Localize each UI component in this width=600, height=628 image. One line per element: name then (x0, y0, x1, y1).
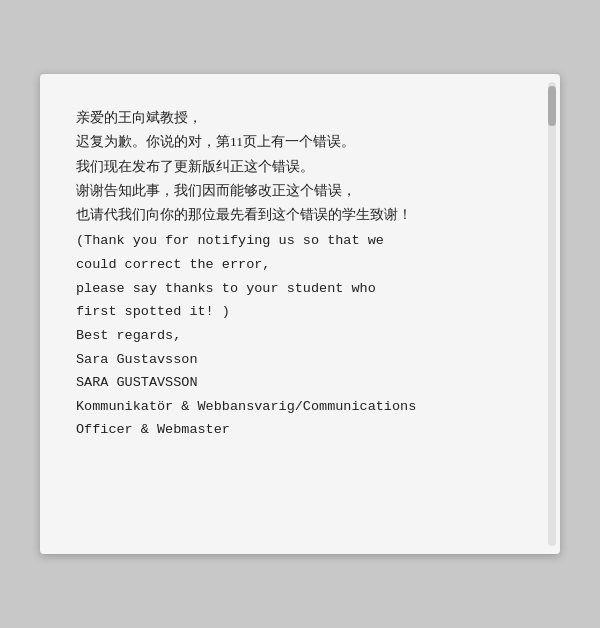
mono-line-8: Kommunikatör & Webbansvarig/Communicatio… (76, 395, 524, 419)
mono-line-9: Officer & Webmaster (76, 418, 524, 442)
line-5: 也请代我们向你的那位最先看到这个错误的学生致谢！ (76, 203, 524, 227)
message-card: 亲爱的王向斌教授， 迟复为歉。你说的对，第11页上有一个错误。 我们现在发布了更… (40, 74, 560, 554)
line-3: 我们现在发布了更新版纠正这个错误。 (76, 155, 524, 179)
scrollbar-thumb[interactable] (548, 86, 556, 126)
mono-line-3: please say thanks to your student who (76, 277, 524, 301)
mono-line-7: SARA GUSTAVSSON (76, 371, 524, 395)
line-2: 迟复为歉。你说的对，第11页上有一个错误。 (76, 130, 524, 154)
scrollbar-track[interactable] (548, 82, 556, 546)
mono-line-6: Sara Gustavsson (76, 348, 524, 372)
mono-line-1: (Thank you for notifying us so that we (76, 229, 524, 253)
mono-line-4: first spotted it! ) (76, 300, 524, 324)
line-1: 亲爱的王向斌教授， (76, 106, 524, 130)
message-content: 亲爱的王向斌教授， 迟复为歉。你说的对，第11页上有一个错误。 我们现在发布了更… (76, 106, 524, 442)
mono-line-2: could correct the error, (76, 253, 524, 277)
mono-section: (Thank you for notifying us so that we c… (76, 229, 524, 442)
chinese-section: 亲爱的王向斌教授， 迟复为歉。你说的对，第11页上有一个错误。 我们现在发布了更… (76, 106, 524, 227)
line-4: 谢谢告知此事，我们因而能够改正这个错误， (76, 179, 524, 203)
mono-line-5: Best regards, (76, 324, 524, 348)
